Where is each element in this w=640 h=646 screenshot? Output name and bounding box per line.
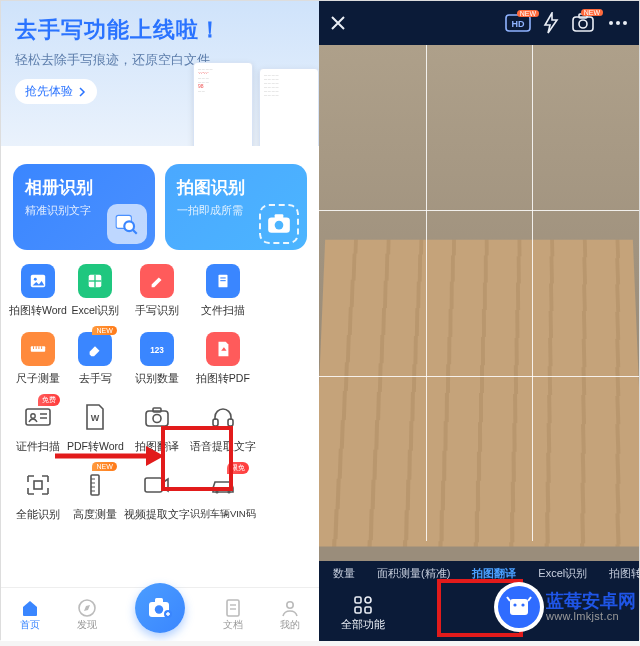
tool-id-scan[interactable]: 免费证件扫描 [9, 396, 67, 458]
user-icon [280, 598, 300, 618]
tool-handwriting-recognition[interactable]: 手写识别 [124, 260, 190, 322]
svg-point-55 [609, 21, 613, 25]
svg-rect-44 [155, 598, 163, 603]
svg-rect-26 [146, 411, 168, 426]
svg-point-39 [227, 490, 230, 493]
hd-toggle[interactable]: HD NEW [505, 14, 531, 32]
tool-file-scan[interactable]: 文件扫描 [190, 260, 256, 322]
svg-line-65 [507, 597, 510, 601]
svg-rect-12 [220, 277, 225, 278]
camera-translate-icon [140, 400, 174, 434]
svg-point-22 [31, 414, 35, 418]
nav-docs[interactable]: 文档 [223, 598, 243, 632]
camera-top-bar: HD NEW NEW [319, 1, 639, 45]
app-home-screen: 去手写功能上线啦！ 轻松去除手写痕迹，还原空白文件 抢先体验 — — — —〰〰… [1, 1, 319, 641]
svg-rect-37 [145, 478, 162, 492]
svg-point-57 [623, 21, 627, 25]
badge-new: NEW [92, 326, 116, 335]
watermark-title: 蓝莓安卓网 [546, 592, 636, 611]
tool-remove-handwriting[interactable]: NEW去手写 [67, 328, 124, 390]
camera-switch-button[interactable]: NEW [571, 13, 595, 33]
svg-point-43 [155, 605, 163, 613]
svg-rect-30 [228, 419, 233, 426]
banner-title: 去手写功能上线啦！ [15, 15, 305, 45]
tool-all-recognition[interactable]: 全能识别 [9, 464, 67, 526]
svg-rect-31 [34, 481, 42, 489]
banner-cta-button[interactable]: 抢先体验 [15, 79, 97, 104]
tool-ruler-measure[interactable]: 尺子测量 [9, 328, 67, 390]
tool-vin-recognition[interactable]: 限免识别车辆VIN码 [190, 464, 256, 526]
camera-screen: HD NEW NEW 数量 [319, 1, 639, 641]
nav-mine[interactable]: 我的 [280, 598, 300, 632]
compass-icon [77, 598, 97, 618]
svg-rect-59 [365, 597, 371, 603]
badge-new: NEW [581, 9, 603, 16]
more-icon [607, 19, 629, 27]
tool-photo-translate[interactable]: 拍图翻译 [124, 396, 190, 458]
badge-new: NEW [92, 462, 116, 471]
tool-excel-recognition[interactable]: Excel识别 [67, 260, 124, 322]
card-album-recognition[interactable]: 相册识别 精准识别文字 [13, 164, 155, 250]
card-photo-recognition[interactable]: 拍图识别 一拍即成所需 [165, 164, 307, 250]
video-icon [140, 468, 174, 502]
tool-video-to-text[interactable]: 视频提取文字 [124, 464, 190, 526]
svg-point-28 [153, 415, 161, 423]
svg-point-64 [521, 603, 524, 606]
badge-new: NEW [517, 10, 539, 17]
scan-icon [206, 264, 240, 298]
mode-photo-word[interactable]: 拍图转Wo [609, 566, 639, 581]
nav-home[interactable]: 首页 [20, 598, 40, 632]
svg-text:123: 123 [150, 346, 164, 355]
svg-point-1 [124, 221, 134, 231]
tool-pdf-to-word[interactable]: WPDF转Word [67, 396, 124, 458]
tool-photo-to-word[interactable]: 拍图转Word [9, 260, 67, 322]
tool-count-recognition[interactable]: 123识别数量 [124, 328, 190, 390]
tool-voice-to-text[interactable]: 语音提取文字 [190, 396, 256, 458]
promo-banner[interactable]: 去手写功能上线啦！ 轻松去除手写痕迹，还原空白文件 抢先体验 — — — —〰〰… [1, 1, 319, 146]
flash-toggle[interactable] [543, 12, 559, 34]
svg-text:W: W [91, 413, 100, 423]
svg-rect-5 [275, 214, 284, 218]
flash-icon [543, 12, 559, 34]
ruler-icon [21, 332, 55, 366]
svg-rect-61 [365, 607, 371, 613]
svg-rect-58 [355, 597, 361, 603]
eraser-icon [78, 332, 112, 366]
bottom-navigation: 首页 发现 文档 我的 [1, 587, 319, 641]
camera-viewfinder[interactable] [319, 45, 639, 541]
mode-excel[interactable]: Excel识别 [538, 566, 587, 581]
svg-rect-62 [510, 599, 528, 615]
svg-point-63 [513, 603, 516, 606]
svg-rect-52 [573, 17, 593, 31]
mode-count[interactable]: 数量 [333, 566, 355, 581]
svg-line-66 [528, 597, 531, 601]
mode-area[interactable]: 面积测量(精准) [377, 566, 450, 581]
badge-limited-free: 限免 [227, 462, 249, 474]
nav-discover[interactable]: 发现 [77, 598, 97, 632]
svg-point-7 [34, 278, 37, 281]
mode-photo-translate[interactable]: 拍图翻译 [472, 566, 516, 581]
close-button[interactable] [329, 14, 347, 32]
camera-icon [259, 204, 299, 244]
close-icon [329, 14, 347, 32]
camera-mode-strip[interactable]: 数量 面积测量(精准) 拍图翻译 Excel识别 拍图转Wo [319, 561, 639, 585]
svg-rect-21 [26, 409, 50, 425]
watermark-logo-icon [498, 586, 540, 628]
all-functions-button[interactable]: 全部功能 [341, 595, 385, 632]
svg-line-2 [133, 230, 137, 234]
tools-grid: 拍图转Word Excel识别 手写识别 文件扫描 尺子测量 NEW去手写 12… [1, 250, 319, 532]
more-button[interactable] [607, 19, 629, 27]
camera-plus-icon [147, 596, 173, 620]
card-title: 相册识别 [25, 176, 143, 199]
tool-photo-to-pdf[interactable]: 拍图转PDF [190, 328, 256, 390]
picture-icon [21, 264, 55, 298]
word-icon: W [78, 400, 112, 434]
badge-free: 免费 [38, 394, 60, 406]
svg-point-38 [215, 490, 218, 493]
height-icon [78, 468, 112, 502]
tool-height-measure[interactable]: NEW高度测量 [67, 464, 124, 526]
nav-camera-button[interactable] [135, 583, 185, 633]
banner-cta-label: 抢先体验 [25, 83, 73, 100]
gallery-magnify-icon [107, 204, 147, 244]
camera-switch-icon [571, 13, 595, 33]
